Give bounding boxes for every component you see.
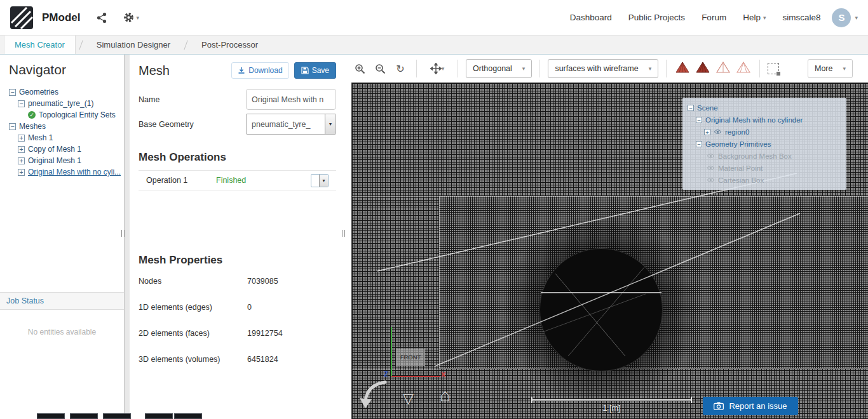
pan-mode-button[interactable]: ▾ [424,60,450,77]
chevron-down-icon[interactable]: ▾ [855,15,858,21]
collapse-toggle-icon[interactable]: − [9,123,16,130]
mesh-quality-button-2[interactable] [695,60,711,77]
collapse-toggle-icon[interactable]: − [18,100,25,107]
operation-name: Operation 1 [139,176,216,185]
taskbar-window-thumbnail[interactable] [145,413,173,419]
nav-public-projects[interactable]: Public Projects [628,13,685,22]
scene-tree-mesh-node[interactable]: − Original Mesh with no cylinder [688,114,841,126]
tilt-down-button[interactable]: ▽ [403,392,414,406]
nav-help[interactable]: Help▾ [743,13,766,22]
mesh-quality-button-4[interactable] [735,60,752,77]
scene-tree-cartesian-box[interactable]: Cartesian Box [688,174,841,186]
nav-forum[interactable]: Forum [702,13,726,22]
chevron-down-icon: ▾ [843,65,846,72]
scene-tree-region0[interactable]: + region0 [688,126,841,138]
navigator-title: Navigator [0,55,124,86]
chevron-down-icon: ▾ [763,15,766,21]
expand-toggle-icon[interactable]: + [18,146,25,153]
property-value: 0 [247,303,336,312]
nav-username[interactable]: simscale8 [782,13,820,22]
project-title: PModel [42,11,80,24]
avatar[interactable]: S [832,8,851,27]
tyre-cross-section[interactable] [539,248,663,371]
tree-item-mesh-1[interactable]: + Mesh 1 [0,132,124,143]
top-bar: PModel ▾ Dashboard Public Projects Forum… [0,0,868,36]
tab-post-processor[interactable]: Post-Processor [191,36,268,54]
toolbar-separator [759,60,760,77]
zoom-in-button[interactable] [351,60,368,77]
download-button[interactable]: Download [231,62,288,79]
base-geometry-field-row: Base Geometry pneumatic_tyre_ ▾ [139,114,336,135]
expand-toggle-icon[interactable]: + [18,135,25,142]
mesh-properties-table: Nodes 7039085 1D elements (edges) 0 2D e… [139,277,336,364]
eye-icon[interactable] [707,153,715,159]
scene-tree-material-point[interactable]: Material Point [688,162,841,174]
scale-bar-label: 1 [m] [531,404,692,413]
tab-simulation-designer[interactable]: Simulation Designer [86,36,180,54]
projection-dropdown[interactable]: Orthogonal ▾ [466,59,532,78]
mesh-panel-resize-handle[interactable] [342,230,345,237]
expand-toggle-icon[interactable]: + [704,129,710,135]
tree-item-original-mesh-no-cylinder[interactable]: + Original Mesh with no cyli... [0,166,124,178]
nav-dashboard[interactable]: Dashboard [570,13,612,22]
render-mode-dropdown[interactable]: surfaces with wireframe ▾ [548,59,658,78]
home-view-button[interactable]: ⌂ [440,387,451,404]
tree-item-topological-entity-sets[interactable]: ✓ Topological Entity Sets [0,109,124,121]
mesh-name-input[interactable] [246,89,336,110]
expand-toggle-icon[interactable]: + [18,157,25,164]
taskbar-window-thumbnail[interactable] [37,413,65,419]
share-button[interactable] [97,12,107,23]
taskbar-window-thumbnail[interactable] [174,413,202,419]
rotate-view-button[interactable] [357,377,393,412]
view-orientation-cube[interactable]: FRONT [396,349,425,366]
toolbar-separator [416,60,417,77]
mesh-quality-button-3[interactable] [715,60,731,77]
tree-item-pneumatic-tyre[interactable]: − pneumatic_tyre_(1) [0,98,124,109]
report-issue-button[interactable]: Report an issue [703,397,798,415]
taskbar-window-thumbnail[interactable] [103,413,131,419]
collapse-toggle-icon[interactable]: − [696,141,702,147]
tree-item-meshes[interactable]: − Meshes [0,121,124,132]
app-logo-icon[interactable] [10,6,33,29]
settings-button[interactable]: ▾ [123,12,139,23]
tree-item-original-mesh-1[interactable]: + Original Mesh 1 [0,155,124,166]
tree-item-copy-of-mesh-1[interactable]: + Copy of Mesh 1 [0,143,124,155]
tree-item-geometries[interactable]: − Geometries [0,86,124,98]
navigator-resize-handle[interactable] [121,230,125,237]
operation-row[interactable]: Operation 1 Finished ▾ [139,170,336,190]
mesh-quality-button-1[interactable] [674,60,691,77]
expand-toggle-icon[interactable]: + [18,169,25,176]
z-axis-line [391,327,392,376]
select-arrow-icon: ▾ [325,114,336,134]
collapse-toggle-icon[interactable]: − [688,105,694,111]
tab-mesh-creator[interactable]: Mesh Creator [4,36,76,54]
eye-icon[interactable] [707,177,715,183]
refresh-view-button[interactable]: ↻ [392,60,409,77]
gear-icon [123,12,134,23]
eye-icon[interactable] [707,165,715,171]
zoom-out-button[interactable] [372,60,388,77]
box-select-button[interactable] [768,63,779,74]
collapse-toggle-icon[interactable]: − [9,89,16,96]
scene-tree-background-mesh-box[interactable]: Background Mesh Box [688,150,841,162]
job-status-header[interactable]: Job Status [0,292,124,310]
tetrahedron-icon [675,62,689,74]
collapse-toggle-icon[interactable]: − [696,117,702,123]
select-arrow-icon: ▾ [319,175,328,187]
scene-tree-geometry-primitives[interactable]: − Geometry Primitives [688,138,841,150]
save-button[interactable]: Save [294,62,336,79]
refinement-boundary-line [352,369,439,369]
download-icon [238,67,245,74]
refinement-boundary-line [352,196,439,197]
property-label: 2D elements (faces) [139,329,247,338]
os-taskbar-fragment [0,413,203,419]
more-dropdown[interactable]: More ▾ [808,59,853,78]
eye-icon[interactable] [714,129,722,135]
refresh-icon: ↻ [396,63,404,75]
base-geometry-select[interactable]: pneumatic_tyre_ ▾ [246,114,336,135]
operation-action-select[interactable]: ▾ [311,174,329,187]
rotate-arrow-icon [357,377,393,410]
render-canvas[interactable]: − Scene − Original Mesh with no cylinder… [351,83,868,419]
taskbar-window-thumbnail[interactable] [70,413,98,419]
scene-tree-root[interactable]: − Scene [688,102,841,114]
